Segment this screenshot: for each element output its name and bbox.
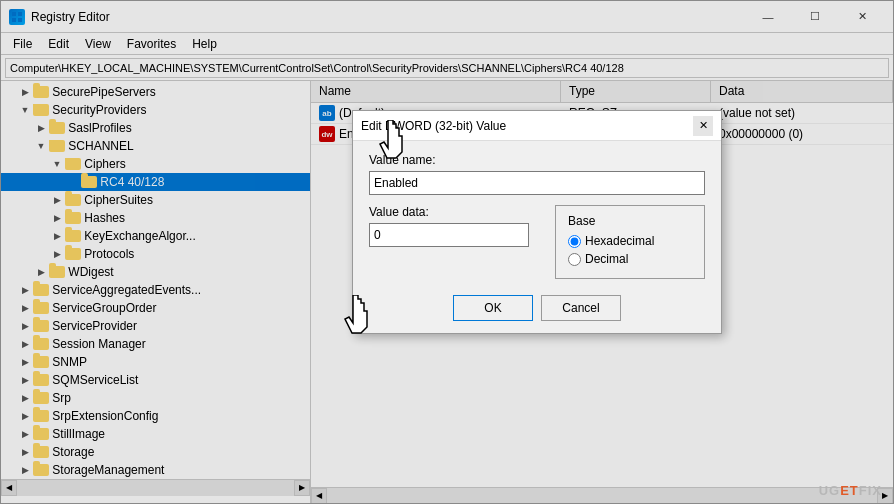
dec-label: Decimal [585, 252, 628, 266]
dec-radio[interactable] [568, 253, 581, 266]
cancel-button[interactable]: Cancel [541, 295, 621, 321]
watermark: UGETFIX [819, 483, 882, 498]
dialog-title: Edit DWORD (32-bit) Value [361, 119, 506, 133]
base-label: Base [568, 214, 692, 228]
value-data-label: Value data: [369, 205, 545, 219]
dialog-title-bar: Edit DWORD (32-bit) Value ✕ [353, 111, 721, 141]
value-name-label: Value name: [369, 153, 705, 167]
hex-radio[interactable] [568, 235, 581, 248]
hex-label: Hexadecimal [585, 234, 654, 248]
value-data-row: Value data: Base Hexadecimal Decimal [369, 205, 705, 279]
edit-dword-dialog: Edit DWORD (32-bit) Value ✕ Value name: … [352, 110, 722, 334]
dialog-buttons: OK Cancel [369, 291, 705, 321]
dialog-overlay: Edit DWORD (32-bit) Value ✕ Value name: … [0, 0, 894, 504]
ok-button[interactable]: OK [453, 295, 533, 321]
value-data-input[interactable] [369, 223, 529, 247]
watermark-prefix: UG [819, 483, 841, 498]
watermark-accent: ET [840, 483, 859, 498]
dialog-close-button[interactable]: ✕ [693, 116, 713, 136]
watermark-suffix: FIX [859, 483, 882, 498]
dec-radio-row: Decimal [568, 252, 692, 266]
base-group: Base Hexadecimal Decimal [555, 205, 705, 279]
hex-radio-row: Hexadecimal [568, 234, 692, 248]
dialog-body: Value name: Value data: Base Hexadecimal [353, 141, 721, 333]
value-name-input[interactable] [369, 171, 705, 195]
